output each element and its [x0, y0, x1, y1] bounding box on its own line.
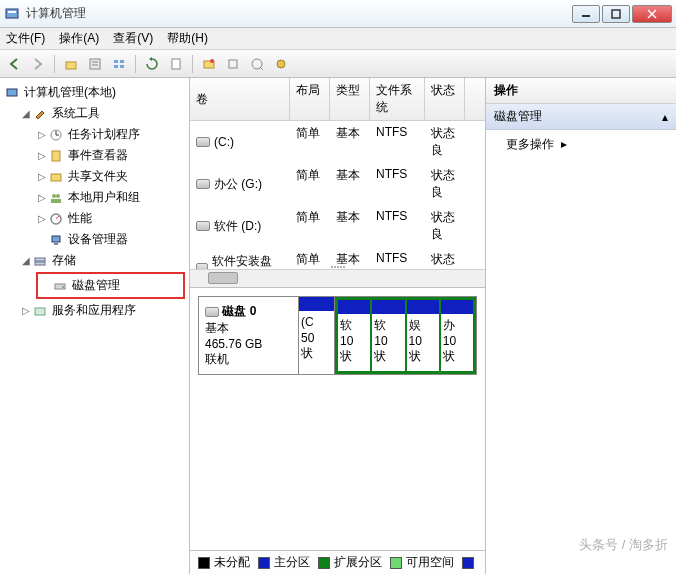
- collapse-icon[interactable]: ▴: [662, 110, 668, 124]
- tree-storage-label: 存储: [52, 252, 76, 269]
- legend-extended: 扩展分区: [318, 554, 382, 571]
- disk-size: 465.76 GB: [205, 337, 292, 351]
- collapse-icon[interactable]: ◢: [20, 255, 32, 266]
- tool-button-1[interactable]: [223, 54, 243, 74]
- tool-button-2[interactable]: [271, 54, 291, 74]
- menu-file[interactable]: 文件(F): [6, 30, 45, 47]
- partition-e[interactable]: 软10状: [372, 300, 406, 371]
- tree-root[interactable]: 计算机管理(本地): [4, 82, 185, 103]
- vol-layout: 简单: [290, 123, 330, 161]
- volume-row[interactable]: 办公 (G:)简单基本NTFS状态良: [190, 163, 485, 205]
- device-icon: [48, 232, 64, 248]
- vol-name: 办公 (G:): [214, 176, 262, 193]
- action-sub[interactable]: 磁盘管理 ▴: [486, 104, 676, 130]
- partition-g[interactable]: 办10状: [441, 300, 473, 371]
- vol-name: (C:): [214, 135, 234, 149]
- disk-label: 磁盘 0: [222, 304, 256, 318]
- close-button[interactable]: [632, 5, 672, 23]
- tree-performance[interactable]: ▷性能: [36, 208, 185, 229]
- col-layout[interactable]: 布局: [290, 78, 330, 120]
- computer-icon: [4, 85, 20, 101]
- event-icon: [48, 148, 64, 164]
- tree-storage[interactable]: ◢ 存储: [20, 250, 185, 271]
- volume-row[interactable]: 软件 (D:)简单基本NTFS状态良: [190, 205, 485, 247]
- vol-fs: NTFS: [370, 249, 425, 269]
- disk-icon: [52, 278, 68, 294]
- view-button[interactable]: [109, 54, 129, 74]
- help-button[interactable]: [247, 54, 267, 74]
- tree-users-label: 本地用户和组: [68, 189, 140, 206]
- drive-icon: [196, 221, 210, 231]
- tree-shared-folders[interactable]: ▷共享文件夹: [36, 166, 185, 187]
- tree-perf-label: 性能: [68, 210, 92, 227]
- tree-event-label: 事件查看器: [68, 147, 128, 164]
- settings-button[interactable]: [199, 54, 219, 74]
- volume-row[interactable]: (C:)简单基本NTFS状态良: [190, 121, 485, 163]
- tree-event-viewer[interactable]: ▷事件查看器: [36, 145, 185, 166]
- vol-fs: NTFS: [370, 165, 425, 203]
- partition-d[interactable]: 软10状: [338, 300, 372, 371]
- menu-action[interactable]: 操作(A): [59, 30, 99, 47]
- svg-rect-6: [66, 62, 76, 69]
- tree-services-label: 服务和应用程序: [52, 302, 136, 319]
- expand-icon[interactable]: ▷: [36, 129, 48, 140]
- col-status[interactable]: 状态: [425, 78, 465, 120]
- expand-icon[interactable]: ▷: [20, 305, 32, 316]
- vol-status: 状态良: [425, 123, 465, 161]
- disk-status: 联机: [205, 351, 292, 368]
- scroll-thumb[interactable]: [208, 272, 238, 284]
- properties-button[interactable]: [85, 54, 105, 74]
- expand-icon[interactable]: ▷: [36, 150, 48, 161]
- col-volume[interactable]: 卷: [190, 78, 290, 120]
- splitter-grip[interactable]: [318, 264, 358, 270]
- users-icon: [48, 190, 64, 206]
- tree-local-users[interactable]: ▷本地用户和组: [36, 187, 185, 208]
- col-type[interactable]: 类型: [330, 78, 370, 120]
- tree-panel: 计算机管理(本地) ◢ 系统工具 ▷任务计划程序 ▷事件查看器 ▷共享文件夹 ▷…: [0, 78, 190, 574]
- drive-icon: [196, 137, 210, 147]
- titlebar: 计算机管理: [0, 0, 676, 28]
- action-more[interactable]: 更多操作 ▸: [486, 130, 676, 159]
- svg-rect-14: [172, 59, 180, 69]
- tree-services[interactable]: ▷服务和应用程序: [20, 300, 185, 321]
- perf-icon: [48, 211, 64, 227]
- vol-fs: NTFS: [370, 207, 425, 245]
- up-button[interactable]: [61, 54, 81, 74]
- back-button[interactable]: [4, 54, 24, 74]
- clock-icon: [48, 127, 64, 143]
- expand-icon[interactable]: ▷: [36, 171, 48, 182]
- expand-icon[interactable]: ▷: [36, 192, 48, 203]
- legend-unalloc: 未分配: [198, 554, 250, 571]
- menubar: 文件(F) 操作(A) 查看(V) 帮助(H): [0, 28, 676, 50]
- forward-button[interactable]: [28, 54, 48, 74]
- partition-f[interactable]: 娱10状: [407, 300, 441, 371]
- partition-c[interactable]: (C50状: [299, 297, 335, 374]
- svg-rect-33: [54, 243, 58, 245]
- collapse-icon[interactable]: ◢: [20, 108, 32, 119]
- services-icon: [32, 303, 48, 319]
- export-button[interactable]: [166, 54, 186, 74]
- menu-view[interactable]: 查看(V): [113, 30, 153, 47]
- tree-task-scheduler[interactable]: ▷任务计划程序: [36, 124, 185, 145]
- minimize-button[interactable]: [572, 5, 600, 23]
- vol-type: 基本: [330, 207, 370, 245]
- h-scrollbar[interactable]: [190, 269, 485, 287]
- volume-list: 卷 布局 类型 文件系统 状态 (C:)简单基本NTFS状态良办公 (G:)简单…: [190, 78, 485, 288]
- svg-rect-34: [35, 258, 45, 261]
- disk-type: 基本: [205, 320, 292, 337]
- svg-rect-35: [35, 262, 45, 265]
- maximize-button[interactable]: [602, 5, 630, 23]
- col-fs[interactable]: 文件系统: [370, 78, 425, 120]
- tree-device-mgr[interactable]: 设备管理器: [36, 229, 185, 250]
- disk-row[interactable]: 磁盘 0 基本 465.76 GB 联机 (C50状 软10状 软10状 娱10…: [198, 296, 477, 375]
- tree-systools[interactable]: ◢ 系统工具: [20, 103, 185, 124]
- refresh-button[interactable]: [142, 54, 162, 74]
- tree-disk-mgmt[interactable]: 磁盘管理: [40, 275, 181, 296]
- expand-icon[interactable]: ▷: [36, 213, 48, 224]
- center-panel: 卷 布局 类型 文件系统 状态 (C:)简单基本NTFS状态良办公 (G:)简单…: [190, 78, 486, 574]
- highlight-box: 磁盘管理: [36, 272, 185, 299]
- svg-rect-25: [52, 151, 60, 161]
- svg-rect-1: [8, 11, 16, 13]
- svg-rect-10: [114, 60, 118, 63]
- menu-help[interactable]: 帮助(H): [167, 30, 208, 47]
